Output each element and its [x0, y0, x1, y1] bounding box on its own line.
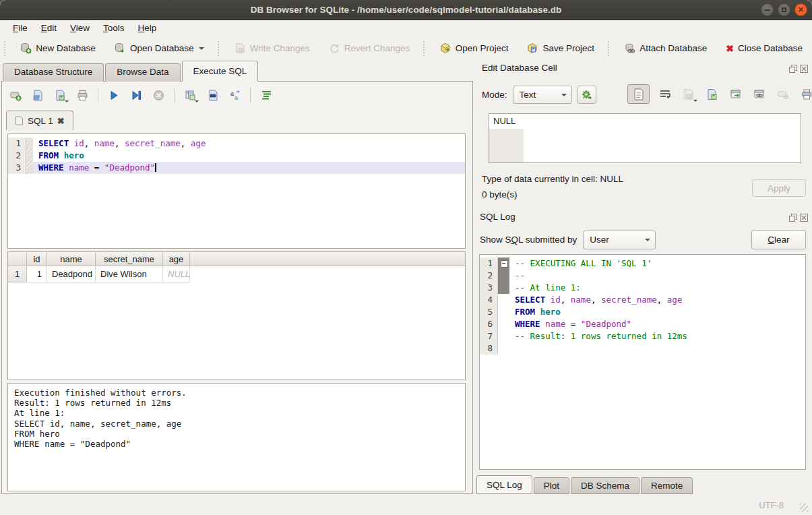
column-header-id[interactable]: id — [27, 252, 47, 266]
save-project-button[interactable]: Save Project — [522, 39, 600, 57]
sql-tab-1[interactable]: SQL 1 ✖ — [6, 111, 73, 130]
close-dock-icon[interactable] — [799, 64, 808, 73]
attach-database-icon — [624, 42, 635, 54]
tab-execute-sql[interactable]: Execute SQL — [182, 61, 259, 82]
code-token: , — [561, 295, 571, 305]
sql-file-icon — [15, 116, 24, 125]
code-token: WHERE — [515, 319, 540, 329]
line-number: 3 — [8, 162, 26, 174]
sql-editor[interactable]: 1SELECT id, name, secret_name, age2FROM … — [7, 133, 466, 249]
tab-browse-data[interactable]: Browse Data — [105, 63, 180, 82]
code-text: -- Result: 1 rows returned in 12ms — [509, 330, 805, 342]
tab-db-schema[interactable]: DB Schema — [571, 477, 639, 494]
sql-tab-close-icon[interactable]: ✖ — [57, 116, 65, 126]
cell-name[interactable]: Deadpond — [47, 266, 96, 282]
export-cell-data-button[interactable] — [704, 86, 720, 102]
execute-all-button[interactable] — [106, 87, 122, 103]
row-header[interactable]: 1 — [8, 266, 27, 282]
apply-button-label: Apply — [768, 183, 790, 193]
corner-header-cell[interactable] — [8, 252, 27, 266]
close-button[interactable]: ✕ — [794, 3, 807, 16]
bottom-tab-bar: SQL Log Plot DB Schema Remote — [476, 475, 694, 494]
find-button[interactable] — [204, 87, 220, 103]
print-cell-button[interactable] — [799, 86, 812, 102]
open-project-button[interactable]: Open Project — [435, 39, 514, 57]
code-line: 3-- At line 1: — [480, 282, 805, 294]
text-mode-button[interactable] — [627, 84, 650, 104]
open-database-dropdown-caret[interactable] — [199, 47, 204, 50]
show-sql-label: Show SQL submitted by — [480, 235, 577, 245]
auto-switch-mode-button[interactable] — [577, 86, 596, 104]
open-in-external-button[interactable] — [728, 86, 744, 102]
export-dropdown-caret[interactable] — [195, 100, 199, 102]
export-results-button[interactable] — [182, 87, 198, 103]
code-token: secret_name — [601, 295, 657, 305]
code-line: 5FROM hero — [480, 306, 805, 318]
toolbar-grip[interactable] — [4, 41, 8, 56]
new-sql-tab-button[interactable] — [7, 87, 24, 103]
find-replace-button[interactable]: aa — [226, 87, 243, 103]
menu-tools-label-rest: ools — [108, 23, 125, 33]
float-dock-icon[interactable] — [788, 213, 797, 222]
float-dock-icon[interactable] — [788, 64, 797, 73]
sql-toolbar: aa — [7, 86, 274, 104]
menu-file[interactable]: File — [7, 22, 34, 34]
menu-help-label: H — [138, 23, 145, 33]
encoding-indicator: UTF-8 — [759, 500, 784, 510]
column-header-secret-name[interactable]: secret_name — [96, 252, 163, 266]
maximize-button[interactable] — [778, 3, 790, 16]
menu-tools[interactable]: Tools — [97, 22, 131, 34]
attach-database-button[interactable]: Attach Database — [619, 39, 712, 57]
close-database-button[interactable]: ✖ Close Database — [720, 40, 808, 57]
tab-plot[interactable]: Plot — [534, 477, 569, 494]
title-bar[interactable]: DB Browser for SQLite - /home/user/code/… — [0, 0, 812, 20]
fold-collapse-icon[interactable] — [498, 258, 509, 270]
right-pane: Edit Database Cell Mode: Text NULL — [474, 61, 812, 495]
column-header-age[interactable]: age — [163, 252, 190, 266]
open-sql-file-button[interactable] — [30, 87, 46, 103]
line-number: 3 — [480, 282, 498, 294]
clear-button[interactable]: Clear — [751, 230, 806, 249]
import-cell-data-button — [681, 86, 697, 102]
line-number: 5 — [480, 306, 498, 318]
close-dock-icon[interactable] — [799, 213, 808, 222]
menu-edit[interactable]: Edit — [35, 22, 63, 34]
menu-view[interactable]: View — [64, 22, 96, 34]
cell-age[interactable]: NULL — [163, 266, 190, 282]
cell-secret-name[interactable]: Dive Wilson — [96, 266, 163, 282]
format-sql-button[interactable] — [258, 87, 274, 103]
submitted-by-select[interactable]: User — [583, 231, 656, 249]
mode-select[interactable]: Text — [513, 86, 572, 104]
code-token: name — [69, 162, 89, 173]
open-database-button[interactable]: Open Database — [109, 39, 210, 57]
menu-help[interactable]: Help — [132, 22, 163, 34]
code-token — [59, 150, 64, 160]
minimize-button[interactable] — [761, 3, 774, 16]
sql-log-view[interactable]: 1-- EXECUTING ALL IN 'SQL 1'2--3-- At li… — [479, 254, 806, 470]
tab-remote[interactable]: Remote — [641, 477, 693, 494]
line-number: 8 — [480, 342, 498, 355]
print-button[interactable] — [74, 87, 90, 103]
resize-grip[interactable] — [800, 504, 808, 512]
tab-database-structure[interactable]: Database Structure — [3, 63, 104, 82]
code-token: "Deadpond" — [581, 319, 631, 329]
code-text: -- At line 1: — [509, 282, 805, 294]
cell-value-editor[interactable]: NULL — [489, 113, 801, 163]
fold-margin — [498, 306, 509, 318]
word-wrap-button[interactable] — [657, 86, 673, 102]
fold-margin — [26, 150, 33, 162]
code-text: -- — [509, 270, 805, 282]
copy-link-button[interactable] — [751, 86, 768, 102]
cell-id[interactable]: 1 — [27, 266, 47, 282]
execute-current-line-button[interactable] — [128, 87, 144, 103]
tab-sql-log[interactable]: SQL Log — [476, 475, 532, 494]
save-sql-dropdown-caret[interactable] — [65, 100, 69, 102]
open-project-icon — [440, 42, 451, 54]
save-sql-file-button[interactable] — [52, 87, 68, 103]
code-token: -- — [515, 270, 525, 280]
message-line: SELECT id, name, secret_name, age — [14, 419, 459, 429]
execution-message-box[interactable]: Execution finished without errors.Result… — [7, 383, 466, 491]
sql-log-filter-row: Show SQL submitted by User Clear — [480, 230, 806, 249]
new-database-button[interactable]: New Database — [15, 39, 101, 57]
column-header-name[interactable]: name — [47, 252, 96, 266]
